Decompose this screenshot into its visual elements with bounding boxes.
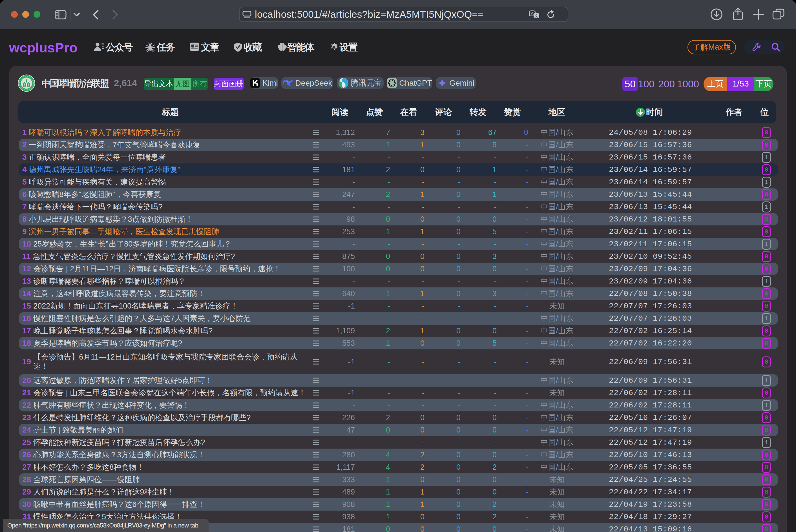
svg-text:文: 文: [534, 14, 538, 18]
svg-text:A: A: [531, 11, 534, 16]
